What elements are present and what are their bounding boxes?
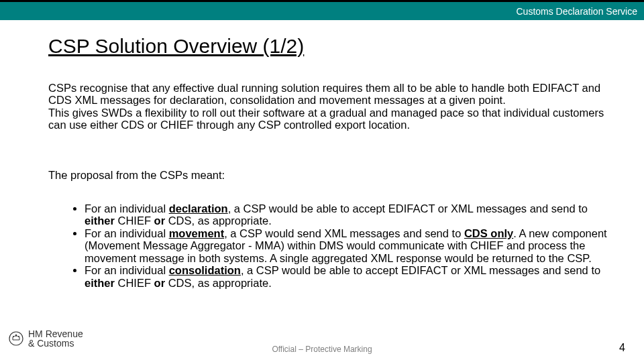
- svg-point-3: [18, 336, 19, 337]
- intro-paragraph: CSPs recognise that any effective dual r…: [48, 82, 609, 131]
- service-name: Customs Declaration Service: [516, 6, 637, 17]
- bullet-movement: For an individual movement, a CSP would …: [85, 227, 609, 264]
- protective-marking: Official – Protective Marking: [0, 345, 644, 354]
- proposal-intro: The proposal from the CSPs meant:: [48, 169, 609, 182]
- bullet-list: For an individual declaration, a CSP wou…: [74, 202, 609, 289]
- svg-point-0: [9, 332, 23, 345]
- bullet-declaration: For an individual declaration, a CSP wou…: [85, 202, 609, 227]
- logo-line-1: HM Revenue: [28, 329, 83, 339]
- svg-point-2: [13, 336, 14, 337]
- bullet-consolidation: For an individual consolidation, a CSP w…: [85, 264, 609, 289]
- intro-line-2: This gives SWDs a flexibility to roll ou…: [48, 107, 609, 131]
- svg-point-1: [15, 335, 17, 336]
- intro-line-1: CSPs recognise that any effective dual r…: [48, 82, 609, 107]
- header-bar: Customs Declaration Service: [0, 0, 644, 20]
- page-number: 4: [619, 342, 625, 354]
- page-title: CSP Solution Overview (1/2): [48, 35, 304, 58]
